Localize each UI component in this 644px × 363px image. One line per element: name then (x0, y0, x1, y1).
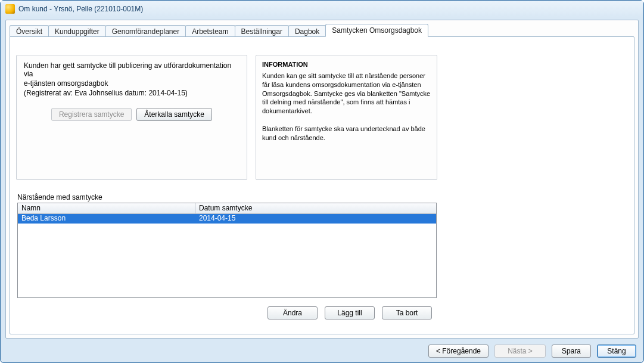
window: Om kund - Yrsnö, Pelle (221010-001M) Öve… (0, 0, 644, 363)
tab-arbetsteam[interactable]: Arbetsteam (185, 25, 235, 37)
information-heading: INFORMATION (262, 60, 431, 69)
revoke-consent-button[interactable]: Återkalla samtycke (136, 108, 212, 121)
tab-samtycken-omsorgsdagbok[interactable]: Samtycken Omsorgsdagbok (325, 24, 428, 37)
previous-button[interactable]: < Föregående (428, 345, 489, 358)
cell-name: Beda Larsson (18, 214, 195, 224)
cell-date: 2014-04-15 (195, 214, 436, 224)
close-button[interactable]: Stäng (597, 345, 636, 358)
consent-panel: Kunden har gett samtycke till publicerin… (16, 55, 247, 180)
remove-button[interactable]: Ta bort (382, 306, 432, 319)
relatives-section-label: Närstående med samtycke (17, 193, 102, 201)
add-button[interactable]: Lägg till (325, 306, 375, 319)
tab-bestallningar[interactable]: Beställningar (235, 25, 289, 37)
register-consent-button: Registrera samtycke (51, 108, 132, 121)
tab-genomforandeplaner[interactable]: Genomförandeplaner (105, 25, 186, 37)
tabstrip: Översikt Kunduppgifter Genomförandeplane… (10, 24, 634, 37)
consent-text-line2: e-tjänsten omsorgsdagbok (24, 79, 239, 88)
relatives-table-header: Namn Datum samtycke (18, 203, 436, 214)
column-header-date[interactable]: Datum samtycke (195, 203, 436, 213)
information-panel: INFORMATION Kunden kan ge sitt samtycke … (256, 55, 437, 180)
table-row[interactable]: Beda Larsson 2014-04-15 (18, 214, 436, 224)
tab-kunduppgifter[interactable]: Kunduppgifter (48, 25, 106, 37)
edit-button[interactable]: Ändra (267, 306, 318, 319)
tab-dagbok[interactable]: Dagbok (288, 25, 326, 37)
footer-button-row: < Föregående Nästa > Spara Stäng (428, 345, 636, 358)
window-title: Om kund - Yrsnö, Pelle (221010-001M) (18, 5, 143, 13)
consent-text-line3: (Registrerat av: Eva Johnselius datum: 2… (24, 89, 239, 97)
consent-text-line1: Kunden har gett samtycke till publicerin… (24, 61, 239, 78)
save-button[interactable]: Spara (552, 345, 591, 358)
titlebar: Om kund - Yrsnö, Pelle (221010-001M) (1, 1, 643, 17)
next-button: Nästa > (494, 345, 546, 358)
tab-oversikt[interactable]: Översikt (10, 25, 49, 37)
information-paragraph-2: Blanketten för samtycke ska vara underte… (262, 125, 431, 142)
information-paragraph-1: Kunden kan ge sitt samtycke till att när… (262, 72, 431, 116)
consent-button-row: Registrera samtycke Återkalla samtycke (24, 108, 239, 121)
column-header-name[interactable]: Namn (18, 203, 195, 213)
relatives-button-row: Ändra Lägg till Ta bort (17, 306, 437, 319)
app-icon (5, 4, 15, 14)
relatives-table[interactable]: Namn Datum samtycke Beda Larsson 2014-04… (17, 203, 437, 298)
client-area: Översikt Kunduppgifter Genomförandeplane… (5, 20, 639, 339)
tabpage-samtycken: Kunden har gett samtycke till publicerin… (10, 36, 634, 334)
